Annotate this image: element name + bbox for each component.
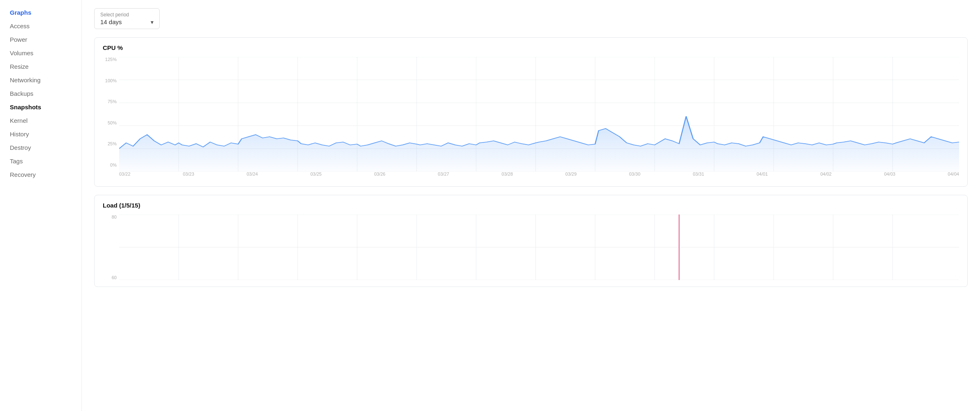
y-label-80: 80: [112, 215, 117, 219]
x-label-0329: 03/29: [565, 172, 577, 180]
sidebar-item-kernel[interactable]: Kernel: [8, 115, 73, 126]
sidebar-item-access[interactable]: Access: [8, 20, 73, 32]
main-content: Select period 14 days ▾ CPU % 125% 100% …: [82, 0, 980, 411]
x-label-0322: 03/22: [119, 172, 131, 180]
x-label-0323: 03/23: [183, 172, 194, 180]
sidebar-item-recovery[interactable]: Recovery: [8, 169, 73, 181]
x-label-0401: 04/01: [756, 172, 768, 180]
sidebar-item-snapshots[interactable]: Snapshots: [8, 101, 73, 113]
x-label-0324: 03/24: [246, 172, 258, 180]
y-label-25: 25%: [108, 141, 117, 146]
x-label-0327: 03/27: [438, 172, 449, 180]
sidebar-item-power[interactable]: Power: [8, 34, 73, 45]
y-label-75: 75%: [108, 99, 117, 104]
load-chart-area: 80 60: [103, 215, 959, 280]
load-chart-inner: [119, 215, 959, 280]
y-label-125: 125%: [105, 57, 117, 62]
period-selector-label: Select period: [100, 12, 154, 18]
sidebar-item-backups[interactable]: Backups: [8, 88, 73, 99]
sidebar-item-resize[interactable]: Resize: [8, 61, 73, 72]
x-label-0404: 04/04: [948, 172, 959, 180]
load-chart-card: Load (1/5/15) 80 60: [94, 195, 968, 287]
cpu-x-axis: 03/22 03/23 03/24 03/25 03/26 03/27 03/2…: [119, 172, 959, 180]
period-selector[interactable]: Select period 14 days ▾: [94, 8, 160, 29]
period-value-row: 14 days ▾: [100, 18, 154, 25]
load-chart-svg: [119, 215, 959, 280]
x-label-0403: 04/03: [884, 172, 896, 180]
cpu-y-axis: 125% 100% 75% 50% 25% 0%: [103, 57, 119, 167]
sidebar-item-graphs[interactable]: Graphs: [8, 7, 73, 18]
x-label-0331: 03/31: [693, 172, 704, 180]
x-label-0325: 03/25: [310, 172, 322, 180]
sidebar-item-tags[interactable]: Tags: [8, 155, 73, 167]
sidebar: Graphs Access Power Volumes Resize Netwo…: [0, 0, 82, 411]
x-label-0328: 03/28: [501, 172, 513, 180]
sidebar-item-networking[interactable]: Networking: [8, 74, 73, 86]
cpu-chart-svg: [119, 57, 959, 172]
cpu-chart-title: CPU %: [103, 44, 959, 51]
cpu-chart-inner: [119, 57, 959, 172]
y-label-60: 60: [112, 275, 117, 280]
load-chart-title: Load (1/5/15): [103, 202, 959, 209]
cpu-chart-area: 125% 100% 75% 50% 25% 0%: [103, 57, 959, 180]
y-label-0: 0%: [110, 163, 117, 167]
x-label-0402: 04/02: [820, 172, 832, 180]
load-y-axis: 80 60: [103, 215, 119, 280]
chevron-down-icon: ▾: [151, 19, 154, 25]
y-label-50: 50%: [108, 120, 117, 125]
x-label-0326: 03/26: [374, 172, 386, 180]
sidebar-item-history[interactable]: History: [8, 128, 73, 140]
x-label-0330: 03/30: [629, 172, 641, 180]
period-selector-value: 14 days: [100, 18, 122, 25]
sidebar-item-destroy[interactable]: Destroy: [8, 142, 73, 154]
cpu-chart-card: CPU % 125% 100% 75% 50% 25% 0%: [94, 37, 968, 187]
sidebar-item-volumes[interactable]: Volumes: [8, 47, 73, 59]
y-label-100: 100%: [105, 78, 117, 83]
